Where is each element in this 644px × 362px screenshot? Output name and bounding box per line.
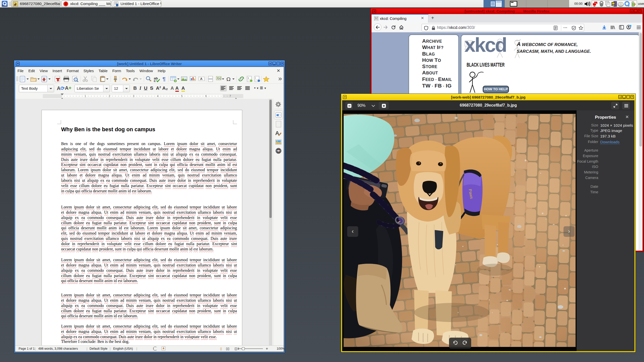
svg-text:f(x): f(x) bbox=[217, 77, 221, 80]
svg-text:1: 1 bbox=[85, 95, 86, 98]
svg-text:1: 1 bbox=[248, 76, 249, 79]
svg-text:A: A bbox=[200, 77, 203, 80]
svg-text:2: 2 bbox=[109, 95, 110, 98]
svg-text:¶: ¶ bbox=[163, 76, 166, 82]
svg-text:7: 7 bbox=[229, 95, 231, 98]
svg-text:i: i bbox=[255, 76, 256, 79]
svg-text:6: 6 bbox=[205, 95, 207, 98]
svg-text:c: c bbox=[154, 79, 156, 82]
svg-text:4: 4 bbox=[157, 95, 158, 98]
svg-text:5: 5 bbox=[181, 95, 183, 98]
svg-text:3: 3 bbox=[133, 95, 134, 98]
svg-text:Ω: Ω bbox=[226, 76, 231, 82]
